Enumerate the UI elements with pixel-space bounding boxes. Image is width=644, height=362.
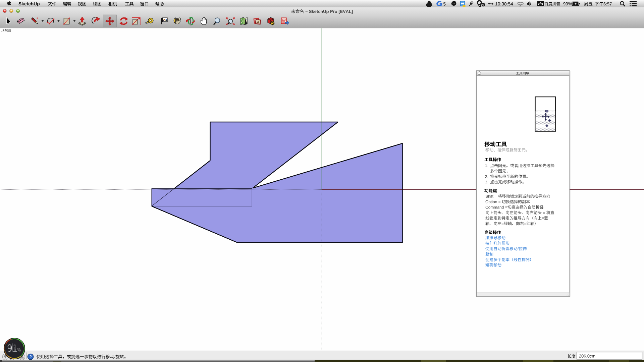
svg-text:A1: A1 [163, 18, 167, 21]
